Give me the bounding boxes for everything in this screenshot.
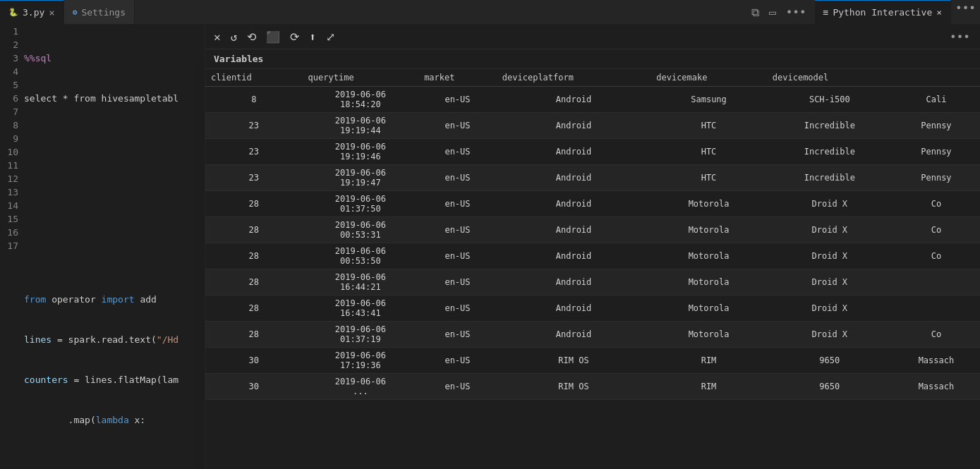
cell-devicemodel: 9650 [767, 374, 893, 400]
cell-devicemodel: Droid X [767, 243, 893, 269]
editor-tab-close[interactable]: × [49, 7, 54, 18]
tab-editor[interactable]: 🐍 3.py × [0, 0, 64, 24]
cell-market: en-US [418, 269, 497, 296]
table-row[interactable]: 282019-06-06 01:37:19en-USAndroidMotorol… [205, 322, 980, 348]
more-actions-btn[interactable]: ••• [783, 4, 809, 20]
python-more-btn[interactable]: ••• [951, 0, 980, 24]
cell-extra: Massach [893, 374, 980, 400]
redo-btn[interactable]: ⟳ [287, 29, 302, 45]
cell-devicemake: Motorola [651, 191, 767, 217]
cell-extra: Co [893, 191, 980, 217]
cell-querytime: 2019-06-06 00:53:50 [303, 243, 419, 269]
cell-market: en-US [418, 243, 497, 269]
data-table[interactable]: clientid querytime market deviceplatform… [205, 69, 980, 469]
cell-devicemodel: 9650 [767, 348, 893, 374]
undo-btn[interactable]: ⟲ [244, 29, 259, 45]
tab-settings[interactable]: ⚙ Settings [64, 0, 135, 24]
cell-clientid: 28 [205, 269, 303, 296]
table-row[interactable]: 282019-06-06 00:53:31en-USAndroidMotorol… [205, 217, 980, 243]
col-header-market[interactable]: market [418, 69, 497, 87]
cell-querytime: 2019-06-06 00:53:31 [303, 217, 419, 243]
col-header-devicemake[interactable]: devicemake [651, 69, 767, 87]
cell-devicemake: HTC [651, 113, 767, 139]
cell-clientid: 23 [205, 113, 303, 139]
cell-devicemake: HTC [651, 165, 767, 191]
cell-devicemodel: Droid X [767, 217, 893, 243]
table-row[interactable]: 232019-06-06 19:19:46en-USAndroidHTCIncr… [205, 139, 980, 165]
cell-market: en-US [418, 322, 497, 348]
cell-deviceplatform: Android [497, 322, 651, 348]
cell-market: en-US [418, 296, 497, 322]
cell-querytime: 2019-06-06 17:19:36 [303, 348, 419, 374]
cell-clientid: 28 [205, 296, 303, 322]
cell-market: en-US [418, 217, 497, 243]
cell-devicemodel: Droid X [767, 269, 893, 296]
python-tab-close[interactable]: × [936, 7, 942, 18]
table-row[interactable]: 282019-06-06 01:37:50en-USAndroidMotorol… [205, 191, 980, 217]
cell-deviceplatform: Android [497, 87, 651, 113]
line-num-13: 13 [0, 185, 18, 199]
table-row[interactable]: 82019-06-06 18:54:20en-USAndroidSamsungS… [205, 87, 980, 113]
table-row[interactable]: 282019-06-06 16:43:41en-USAndroidMotorol… [205, 296, 980, 322]
editor-panel: 1 2 3 4 5 6 7 8 9 10 11 12 13 14 15 16 1… [0, 25, 205, 469]
cell-deviceplatform: Android [497, 165, 651, 191]
split-editor-btn[interactable]: ⧉ [749, 4, 762, 20]
export-btn[interactable]: ⬆ [306, 29, 319, 45]
cell-extra: Co [893, 243, 980, 269]
col-header-clientid[interactable]: clientid [205, 69, 303, 87]
cell-extra [893, 296, 980, 322]
line-numbers: 1 2 3 4 5 6 7 8 9 10 11 12 13 14 15 16 1… [0, 25, 24, 444]
cell-deviceplatform: Android [497, 243, 651, 269]
col-header-querytime[interactable]: querytime [303, 69, 419, 87]
cell-deviceplatform: Android [497, 269, 651, 296]
restart-btn[interactable]: ↺ [228, 29, 241, 45]
col-header-devicemodel[interactable]: devicemodel [767, 69, 893, 87]
cell-extra: Pennsy [893, 165, 980, 191]
cell-deviceplatform: Android [497, 217, 651, 243]
cell-extra: Massach [893, 348, 980, 374]
tab-python-interactive[interactable]: ≡ Python Interactive × [815, 0, 952, 24]
python-toolbar-more[interactable]: ••• [945, 29, 974, 45]
cell-market: en-US [418, 165, 497, 191]
cell-devicemake: Motorola [651, 296, 767, 322]
code-line-3 [24, 132, 205, 145]
table-header-row: clientid querytime market deviceplatform… [205, 69, 980, 87]
stop-btn[interactable]: ⬛ [263, 29, 283, 45]
line-num-17: 17 [0, 239, 18, 252]
editor-content: 1 2 3 4 5 6 7 8 9 10 11 12 13 14 15 16 1… [0, 25, 205, 444]
line-num-5: 5 [0, 78, 18, 92]
line-num-9: 9 [0, 132, 18, 145]
table-row[interactable]: 282019-06-06 00:53:50en-USAndroidMotorol… [205, 243, 980, 269]
cell-querytime: 2019-06-06 19:19:44 [303, 113, 419, 139]
code-line-7: from operator import add [24, 293, 205, 306]
cell-devicemake: Motorola [651, 243, 767, 269]
expand-btn[interactable]: ⤢ [323, 29, 338, 45]
cell-querytime: 2019-06-06 01:37:50 [303, 191, 419, 217]
tab-spacer [135, 0, 743, 24]
line-num-4: 4 [0, 65, 18, 78]
cell-clientid: 23 [205, 139, 303, 165]
table-row[interactable]: 232019-06-06 19:19:44en-USAndroidHTCIncr… [205, 113, 980, 139]
cell-devicemake: Motorola [651, 217, 767, 243]
line-num-2: 2 [0, 38, 18, 51]
cell-devicemodel: Droid X [767, 322, 893, 348]
python-interactive-panel: ✕ ↺ ⟲ ⬛ ⟳ ⬆ ⤢ ••• Variables clientid que… [205, 25, 980, 469]
cell-deviceplatform: RIM OS [497, 374, 651, 400]
code-area[interactable]: %%sql select * from hivesampletabl from … [24, 25, 205, 444]
cell-devicemake: Motorola [651, 322, 767, 348]
col-header-extra[interactable] [893, 69, 980, 87]
python-file-icon: 🐍 [8, 8, 18, 17]
main-area: 1 2 3 4 5 6 7 8 9 10 11 12 13 14 15 16 1… [0, 25, 980, 469]
line-num-7: 7 [0, 105, 18, 118]
col-header-deviceplatform[interactable]: deviceplatform [497, 69, 651, 87]
table-row[interactable]: 302019-06-06 ...en-USRIM OSRIM9650Massac… [205, 374, 980, 400]
table-row[interactable]: 232019-06-06 19:19:47en-USAndroidHTCIncr… [205, 165, 980, 191]
cell-extra: Co [893, 322, 980, 348]
toggle-layout-btn[interactable]: ▭ [766, 4, 779, 20]
cell-clientid: 30 [205, 374, 303, 400]
cell-clientid: 28 [205, 191, 303, 217]
table-row[interactable]: 282019-06-06 16:44:21en-USAndroidMotorol… [205, 269, 980, 296]
cell-extra: Pennsy [893, 113, 980, 139]
table-row[interactable]: 302019-06-06 17:19:36en-USRIM OSRIM9650M… [205, 348, 980, 374]
close-btn[interactable]: ✕ [211, 29, 224, 45]
